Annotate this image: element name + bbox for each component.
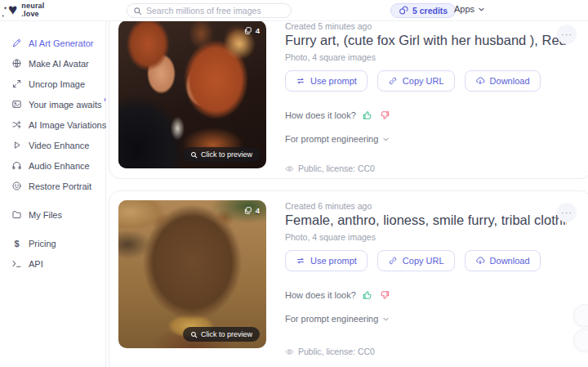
- copy-url-button[interactable]: Copy URL: [377, 250, 455, 271]
- dollar-icon: $: [11, 238, 22, 248]
- preview-label: Click to preview: [201, 150, 252, 159]
- license-label: Public, license: CC0: [298, 347, 375, 356]
- copy-url-label: Copy URL: [403, 76, 444, 86]
- download-label: Download: [490, 76, 530, 86]
- click-to-preview-button[interactable]: Click to preview: [183, 147, 260, 162]
- search-placeholder: Search millions of free images: [146, 6, 261, 16]
- sidebar-item-pricing[interactable]: $ Pricing: [0, 233, 105, 253]
- sidebar-item-my-files[interactable]: My Files: [0, 204, 105, 225]
- created-timestamp: Created 5 minutes ago: [285, 21, 372, 31]
- folder-icon: [11, 209, 22, 220]
- thumbs-up-button[interactable]: [362, 110, 373, 121]
- more-options-button[interactable]: ···: [557, 25, 577, 44]
- link-icon: [388, 256, 398, 266]
- sidebar-item-label: AI Art Generator: [29, 38, 93, 48]
- search-input[interactable]: Search millions of free images: [127, 3, 292, 18]
- eye-icon: [285, 347, 294, 356]
- use-prompt-button[interactable]: Use prompt: [285, 70, 368, 92]
- image-count-badge: 4: [243, 26, 260, 35]
- heart-logo-icon: ♥ ✦ ✦: [8, 2, 17, 18]
- generation-card: 4 Click to preview Created 6 minutes ago…: [109, 190, 588, 367]
- feedback-label: How does it look?: [285, 290, 356, 300]
- download-label: Download: [490, 256, 530, 266]
- download-button[interactable]: Download: [465, 250, 541, 271]
- sidebar-divider: [0, 225, 105, 233]
- lioness-image: [118, 200, 266, 348]
- sidebar-item-label: AI Image Variations: [29, 120, 106, 130]
- sidebar: AI Art Generator Make AI Avatar Uncrop I…: [0, 21, 106, 367]
- use-prompt-button[interactable]: Use prompt: [285, 250, 368, 271]
- image-count: 4: [256, 206, 260, 215]
- copy-url-label: Copy URL: [403, 256, 444, 266]
- globe-icon: [11, 58, 22, 69]
- app-root: ♥ ✦ ✦ neural .love Search millions of fr…: [0, 0, 588, 367]
- prompt-engineering-toggle[interactable]: For prompt engineering: [285, 134, 390, 144]
- generation-subtitle: Photo, 4 square images: [285, 52, 376, 62]
- logo[interactable]: ♥ ✦ ✦ neural .love: [8, 2, 45, 19]
- sidebar-item-label: Video Enhance: [29, 141, 89, 150]
- eye-icon: [285, 164, 294, 173]
- license-row: Public, license: CC0: [285, 163, 375, 173]
- thumbs-down-button[interactable]: [379, 110, 390, 121]
- thumbs-up-button[interactable]: [362, 289, 373, 301]
- prompt-engineering-label: For prompt engineering: [285, 314, 378, 324]
- logo-text: neural .love: [21, 2, 44, 19]
- generation-subtitle: Photo, 4 square images: [285, 232, 376, 242]
- expand-arrows-icon: [11, 78, 22, 89]
- generation-title[interactable]: Female, anthro, lioness, smile furry, tr…: [285, 213, 567, 228]
- click-to-preview-button[interactable]: Click to preview: [183, 327, 260, 342]
- image-icon: [11, 99, 22, 110]
- sidebar-item-audio-enhance[interactable]: Audio Enhance: [0, 155, 105, 176]
- sidebar-item-label: Restore Portrait: [29, 181, 91, 191]
- card-actions: Use prompt Copy URL Download: [285, 70, 541, 92]
- repeat-icon: [296, 256, 305, 266]
- play-icon: [11, 140, 22, 150]
- sidebar-item-label: Your image awaits: [29, 100, 101, 110]
- generation-title[interactable]: Furry art, (cute fox Girl with her husba…: [285, 33, 567, 48]
- sidebar-item-uncrop-image[interactable]: Uncrop Image: [0, 74, 105, 94]
- link-icon: [388, 76, 398, 86]
- created-timestamp: Created 6 minutes ago: [285, 201, 372, 211]
- credits-label: 5 credits: [412, 6, 448, 16]
- thumbs-down-button[interactable]: [379, 289, 390, 301]
- sidebar-item-video-enhance[interactable]: Video Enhance: [0, 135, 105, 155]
- headphones-icon: [11, 160, 22, 171]
- credits-button[interactable]: 5 credits: [390, 3, 456, 18]
- repeat-icon: [296, 76, 305, 86]
- license-row: Public, license: CC0: [285, 347, 375, 356]
- sidebar-item-make-ai-avatar[interactable]: Make AI Avatar: [0, 53, 105, 74]
- image-count-badge: 4: [243, 206, 260, 215]
- apps-label: Apps: [454, 4, 474, 14]
- sidebar-item-api[interactable]: API: [0, 253, 105, 274]
- terminal-icon: [11, 258, 22, 269]
- chevron-down-icon: [382, 136, 390, 143]
- new-badge-dot: [105, 98, 105, 101]
- top-bar: ♥ ✦ ✦ neural .love Search millions of fr…: [0, 0, 588, 21]
- use-prompt-label: Use prompt: [310, 76, 357, 86]
- sidebar-divider: [0, 196, 105, 204]
- sidebar-item-label: Pricing: [29, 239, 56, 248]
- cloud-download-icon: [475, 256, 485, 266]
- logo-line1: neural: [21, 2, 44, 10]
- sidebar-item-ai-image-variations[interactable]: AI Image Variations: [0, 114, 105, 135]
- apps-menu[interactable]: Apps: [454, 4, 485, 14]
- sidebar-item-ai-art-generator[interactable]: AI Art Generator: [0, 33, 105, 53]
- shuffle-icon: [11, 119, 22, 130]
- sidebar-item-restore-portrait[interactable]: Restore Portrait: [0, 176, 105, 196]
- coins-icon: [399, 6, 408, 16]
- image-count: 4: [256, 26, 260, 35]
- more-options-button[interactable]: ···: [557, 203, 577, 222]
- sidebar-item-label: Audio Enhance: [29, 161, 90, 171]
- sidebar-item-label: Make AI Avatar: [29, 59, 89, 69]
- prompt-engineering-toggle[interactable]: For prompt engineering: [285, 314, 390, 324]
- stack-icon: [243, 26, 252, 35]
- generation-thumbnail[interactable]: 4 Click to preview: [118, 20, 266, 168]
- cloud-download-icon: [475, 76, 485, 86]
- copy-url-button[interactable]: Copy URL: [377, 70, 455, 92]
- generation-thumbnail[interactable]: 4 Click to preview: [118, 200, 266, 348]
- download-button[interactable]: Download: [465, 70, 541, 92]
- generation-card: 4 Click to preview Created 5 minutes ago…: [109, 11, 588, 179]
- logo-line2: .love: [21, 10, 39, 18]
- sidebar-item-your-image-awaits[interactable]: Your image awaits: [0, 94, 105, 114]
- preview-label: Click to preview: [201, 330, 252, 338]
